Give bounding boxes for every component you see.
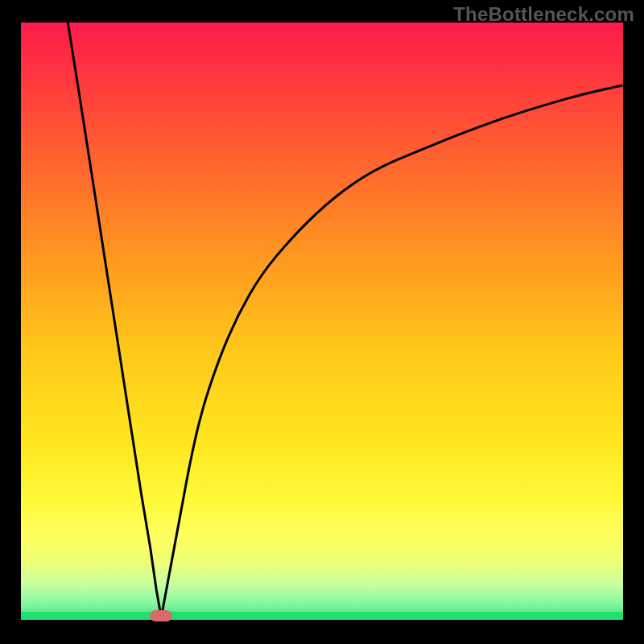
- bottleneck-curve: [21, 23, 623, 620]
- minimum-marker: [150, 610, 172, 621]
- curve-right-branch: [161, 85, 623, 617]
- curve-left-branch: [68, 23, 161, 617]
- app-frame: TheBottleneck.com: [0, 0, 644, 644]
- plot-area: [21, 23, 623, 620]
